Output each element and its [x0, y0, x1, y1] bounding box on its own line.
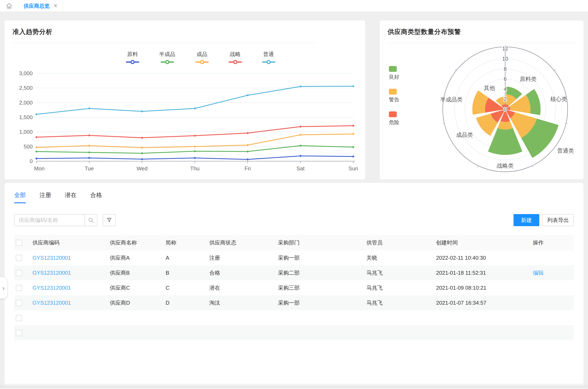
cell-name: 供应商A [108, 250, 164, 265]
column-header: 供应商编码 [31, 235, 108, 250]
supplier-type-panel: 供应商类型数量分布预警 原料类核心类普通类战略类成品类半成品类其他0246810… [380, 20, 584, 180]
cell-name: 供应商C [108, 280, 164, 295]
cell-dept: 采购二部 [276, 265, 365, 280]
new-button[interactable]: 新建 [514, 214, 539, 226]
legend-label: 战略 [230, 51, 241, 58]
table-row: GYS123120001供应商DD淘汰采购一部马兆飞2021-01-07 16:… [14, 295, 574, 310]
tab-potential[interactable]: 潜在 [65, 191, 77, 203]
row-checkbox[interactable] [16, 270, 22, 276]
svg-text:Thu: Thu [190, 165, 200, 172]
row-checkbox[interactable] [16, 300, 22, 306]
cell-code: GYS123120001 [31, 265, 108, 280]
cell-manager: 马兆飞 [365, 265, 435, 280]
edit-link[interactable]: 编辑 [533, 270, 544, 276]
legend-item-半成品[interactable]: 半成品 [159, 51, 176, 64]
cell-abbr: C [164, 280, 208, 295]
tab-supplier-overview[interactable]: 供应商总览 ✕ [18, 0, 63, 12]
cell-abbr: D [164, 295, 208, 310]
admission-trend-panel: 准入趋势分析 原料半成品成品战略普通 05001,0001,5002,0002,… [4, 20, 365, 180]
row-checkbox[interactable] [16, 315, 22, 321]
rose-chart-legend: 良好警告危险 [389, 66, 399, 126]
legend-line-marker-icon [195, 60, 209, 64]
panel-title: 准入趋势分析 [12, 28, 357, 36]
legend-item-战略[interactable]: 战略 [229, 51, 242, 64]
top-tab-bar: 供应商总览 ✕ [0, 0, 588, 12]
svg-text:8: 8 [504, 66, 507, 72]
supplier-code-link[interactable]: GYS123120001 [32, 300, 71, 306]
row-checkbox[interactable] [16, 285, 22, 291]
export-list-button[interactable]: 列表导出 [542, 214, 574, 226]
home-button[interactable] [0, 0, 18, 12]
cell-manager: 马兆飞 [365, 295, 435, 310]
row-checkbox[interactable] [16, 255, 22, 261]
search-input[interactable] [14, 214, 85, 226]
legend-item-危险[interactable]: 危险 [389, 111, 399, 126]
svg-text:Sat: Sat [296, 165, 305, 172]
cell-code: GYS123120001 [31, 280, 108, 295]
legend-label: 危险 [389, 119, 399, 126]
legend-line-marker-icon [161, 60, 174, 64]
svg-text:6: 6 [504, 76, 507, 82]
supplier-code-link[interactable]: GYS123120001 [32, 285, 71, 291]
column-header: 供应商名称 [108, 235, 164, 250]
cell-abbr: B [164, 265, 208, 280]
home-icon [6, 2, 12, 9]
table-header-row: 供应商编码供应商名称简称供应商状态采购部门供管员创建时间操作 [14, 235, 574, 250]
cell-status: 淘汰 [208, 295, 276, 310]
legend-item-普通[interactable]: 普通 [262, 51, 275, 64]
cell-code: GYS123120001 [31, 295, 108, 310]
row-checkbox[interactable] [16, 330, 22, 336]
svg-text:1,500: 1,500 [19, 114, 33, 120]
tab-all[interactable]: 全部 [14, 191, 26, 203]
column-header: 简称 [164, 235, 208, 250]
cell-dept: 采购一部 [276, 295, 365, 310]
select-all-checkbox[interactable] [16, 240, 22, 246]
search-button[interactable] [85, 214, 97, 226]
admission-trend-chart: 05001,0001,5002,0002,5003,000MonTueWedTh… [12, 65, 358, 178]
chevron-right-icon: › [2, 284, 4, 291]
tab-qualified[interactable]: 合格 [90, 191, 102, 203]
filter-tabs: 全部注册潜在合格 [14, 191, 574, 203]
cell-created: 2021-01-07 16:34:57 [435, 295, 531, 310]
close-icon[interactable]: ✕ [53, 3, 58, 9]
supplier-code-link[interactable]: GYS123120001 [32, 270, 71, 276]
empty-table-row [14, 310, 574, 325]
cell-created: 2021-01-18 11:52:31 [435, 265, 531, 280]
column-header: 采购部门 [276, 235, 365, 250]
svg-text:4: 4 [504, 86, 507, 92]
svg-text:1,000: 1,000 [19, 129, 33, 135]
legend-item-成品[interactable]: 成品 [195, 51, 209, 64]
supplier-code-link[interactable]: GYS123120001 [32, 255, 71, 261]
tab-registered[interactable]: 注册 [39, 191, 51, 203]
svg-text:2,000: 2,000 [19, 99, 33, 106]
legend-item-良好[interactable]: 良好 [389, 66, 399, 80]
legend-line-marker-icon [262, 60, 275, 64]
legend-item-警告[interactable]: 警告 [389, 89, 399, 103]
cell-action [531, 280, 574, 295]
cell-code: GYS123120001 [31, 250, 108, 265]
cell-action: 编辑 [531, 265, 574, 280]
divider [12, 43, 316, 43]
svg-text:Sun: Sun [349, 165, 358, 172]
cell-dept: 采购三部 [276, 280, 365, 295]
legend-label: 半成品 [159, 51, 176, 58]
svg-text:500: 500 [24, 143, 33, 150]
svg-text:成品类: 成品类 [456, 132, 473, 138]
table-row: GYS123120001供应商AA注册采购一部关晓2022-02-11 10:4… [14, 250, 574, 265]
svg-text:2: 2 [504, 96, 507, 102]
empty-cell [31, 310, 574, 325]
supplier-table: 供应商编码供应商名称简称供应商状态采购部门供管员创建时间操作 GYS123120… [14, 235, 574, 340]
cell-status: 合格 [208, 265, 276, 280]
tab-label: 供应商总览 [24, 2, 50, 9]
legend-swatch-icon [389, 89, 397, 95]
sidebar-expand-handle[interactable]: › [0, 277, 7, 299]
legend-item-原料[interactable]: 原料 [126, 51, 139, 64]
line-chart-legend: 原料半成品成品战略普通 [44, 51, 357, 64]
table-body: GYS123120001供应商AA注册采购一部关晓2022-02-11 10:4… [14, 250, 574, 340]
empty-table-row [14, 325, 574, 340]
panel-title: 供应商类型数量分布预警 [388, 28, 576, 36]
legend-label: 普通 [263, 51, 274, 58]
cell-manager: 马兆飞 [365, 280, 435, 295]
filter-button[interactable] [103, 214, 116, 226]
legend-label: 成品 [197, 51, 207, 58]
